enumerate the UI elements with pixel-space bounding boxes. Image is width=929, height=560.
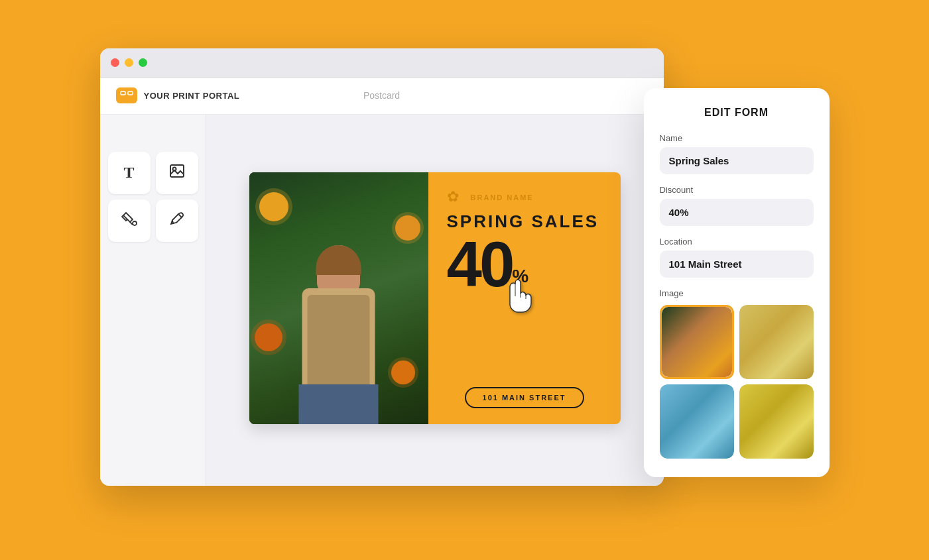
discount-input[interactable]: 40% bbox=[660, 199, 814, 226]
scene: YOUR PRINT PORTAL Postcard T bbox=[100, 48, 830, 512]
postcard-image-panel bbox=[249, 172, 428, 424]
image-thumb-3[interactable] bbox=[660, 384, 734, 459]
discount-percent-symbol: % bbox=[512, 266, 528, 286]
discount-label: Discount bbox=[660, 185, 814, 195]
person-jeans bbox=[299, 384, 379, 424]
postcard-image-bg bbox=[249, 172, 428, 424]
app-header: YOUR PRINT PORTAL Postcard bbox=[100, 78, 664, 115]
image-thumb-2-bg bbox=[739, 305, 814, 379]
sales-title-text: SPRING SALES bbox=[447, 212, 602, 231]
eyedropper-icon bbox=[169, 211, 185, 231]
tool-grid: T bbox=[108, 152, 198, 242]
image-section-label: Image bbox=[660, 288, 814, 298]
brand-header: ✿ BRAND NAME bbox=[447, 188, 602, 207]
browser-titlebar bbox=[100, 48, 664, 78]
image-grid bbox=[660, 305, 814, 459]
image-thumb-1[interactable] bbox=[660, 305, 734, 379]
svg-line-5 bbox=[178, 214, 182, 217]
image-thumb-4[interactable] bbox=[739, 384, 814, 459]
browser-content: T bbox=[100, 78, 664, 486]
text-tool-button[interactable]: T bbox=[108, 152, 151, 194]
browser-window: YOUR PRINT PORTAL Postcard T bbox=[100, 48, 664, 486]
fill-icon bbox=[121, 211, 137, 231]
sidebar: T bbox=[100, 78, 206, 486]
location-form-field: Location 101 Main Street bbox=[660, 237, 814, 278]
discount-form-field: Discount 40% bbox=[660, 185, 814, 226]
svg-rect-0 bbox=[121, 91, 125, 95]
flower-decoration-2 bbox=[395, 215, 420, 241]
location-badge: 101 MAIN STREET bbox=[465, 387, 584, 408]
edit-form-title: EDIT FORM bbox=[660, 107, 814, 119]
flower-decoration-1 bbox=[259, 192, 288, 221]
app-tab: Postcard bbox=[363, 90, 400, 101]
image-section: Image bbox=[660, 288, 814, 459]
fill-tool-button[interactable] bbox=[108, 199, 151, 242]
postcard-top: ✿ BRAND NAME SPRING SALES 40% bbox=[447, 188, 602, 294]
image-icon bbox=[169, 164, 185, 182]
eyedropper-tool-button[interactable] bbox=[156, 199, 198, 242]
traffic-light-close[interactable] bbox=[111, 58, 119, 67]
name-label: Name bbox=[660, 133, 814, 143]
brand-logo-icon: ✿ bbox=[447, 188, 465, 207]
flower-decoration-3 bbox=[255, 323, 282, 351]
name-form-field: Name Spring Sales bbox=[660, 133, 814, 174]
location-input[interactable]: 101 Main Street bbox=[660, 251, 814, 278]
person-body bbox=[302, 288, 375, 394]
canvas-area: ✿ BRAND NAME SPRING SALES 40% 101 MAIN S… bbox=[206, 78, 664, 486]
person-top-pattern bbox=[308, 295, 370, 394]
svg-point-4 bbox=[133, 221, 137, 225]
postcard-content-panel: ✿ BRAND NAME SPRING SALES 40% 101 MAIN S… bbox=[428, 172, 621, 424]
image-thumb-1-bg bbox=[662, 307, 732, 377]
flower-decoration-4 bbox=[391, 361, 415, 384]
app-logo: YOUR PRINT PORTAL bbox=[116, 87, 240, 103]
image-tool-button[interactable] bbox=[156, 152, 198, 194]
app-name-label: YOUR PRINT PORTAL bbox=[144, 91, 240, 101]
traffic-light-minimize[interactable] bbox=[125, 58, 133, 67]
image-thumb-3-bg bbox=[660, 384, 734, 459]
edit-form-panel: EDIT FORM Name Spring Sales Discount 40%… bbox=[644, 88, 830, 477]
traffic-light-fullscreen[interactable] bbox=[139, 58, 147, 67]
image-thumb-4-bg bbox=[739, 384, 814, 459]
brand-name-text: BRAND NAME bbox=[471, 194, 534, 201]
svg-rect-2 bbox=[170, 165, 184, 177]
discount-display: 40% bbox=[447, 236, 602, 293]
logo-icon bbox=[116, 87, 137, 103]
discount-number: 40 bbox=[447, 229, 513, 300]
svg-rect-1 bbox=[128, 91, 133, 95]
image-thumb-2[interactable] bbox=[739, 305, 814, 379]
name-input[interactable]: Spring Sales bbox=[660, 147, 814, 174]
location-label: Location bbox=[660, 237, 814, 247]
text-icon: T bbox=[123, 164, 134, 182]
postcard: ✿ BRAND NAME SPRING SALES 40% 101 MAIN S… bbox=[249, 172, 621, 424]
person-figure bbox=[287, 245, 390, 424]
person-hair bbox=[316, 245, 361, 275]
